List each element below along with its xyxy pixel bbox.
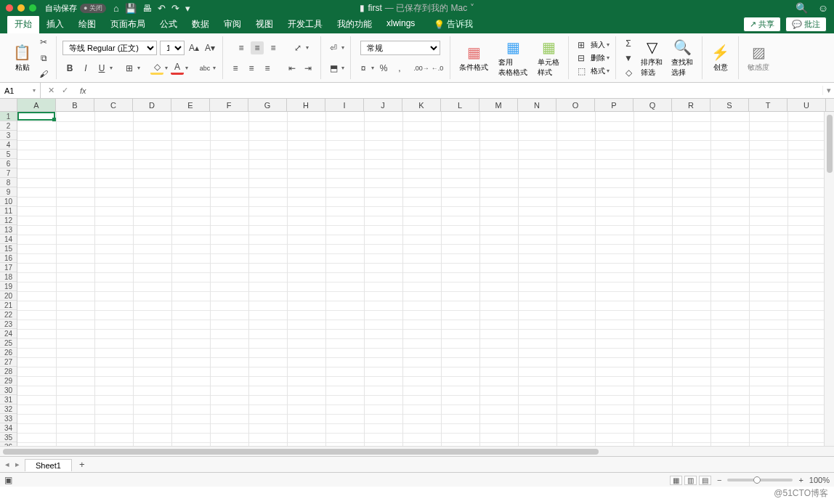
row-header[interactable]: 23: [0, 320, 17, 329]
row-header[interactable]: 35: [0, 433, 17, 442]
normal-view-icon[interactable]: ▦: [670, 476, 682, 485]
currency-icon[interactable]: ¤: [357, 62, 370, 75]
clear-icon[interactable]: ◇: [622, 66, 635, 79]
row-header[interactable]: 15: [0, 244, 17, 253]
row-header[interactable]: 16: [0, 253, 17, 263]
format-painter-icon[interactable]: 🖌: [37, 68, 50, 81]
formula-input[interactable]: [91, 86, 822, 95]
underline-button[interactable]: U: [95, 62, 108, 75]
ribbon-tab-视图[interactable]: 视图: [248, 15, 280, 33]
insert-cells-icon[interactable]: ⊞: [575, 38, 588, 52]
ribbon-tab-页面布局[interactable]: 页面布局: [103, 15, 153, 33]
orientation-icon[interactable]: ⤢: [291, 41, 304, 54]
paste-button[interactable]: 📋 粘贴: [10, 44, 34, 73]
bold-button[interactable]: B: [63, 62, 76, 75]
search-icon[interactable]: 🔍: [795, 2, 808, 14]
row-header[interactable]: 1: [0, 112, 17, 121]
select-all-corner[interactable]: [0, 99, 17, 111]
copy-icon[interactable]: ⧉: [37, 52, 50, 65]
print-icon[interactable]: 🖶: [142, 3, 152, 14]
fill-color-button[interactable]: ◇: [150, 62, 163, 75]
row-header[interactable]: 28: [0, 367, 17, 376]
formula-bar-expand-icon[interactable]: ▾: [822, 86, 834, 95]
column-header[interactable]: G: [248, 99, 287, 111]
column-header[interactable]: N: [518, 99, 556, 111]
document-title[interactable]: ▮ first — 已保存到我的 Mac ˅: [360, 2, 474, 15]
row-header[interactable]: 26: [0, 348, 17, 357]
maximize-window-button[interactable]: [29, 4, 36, 12]
vertical-scrollbar[interactable]: [824, 112, 834, 446]
column-header[interactable]: J: [364, 99, 402, 111]
zoom-in-button[interactable]: +: [798, 476, 803, 484]
italic-button[interactable]: I: [79, 62, 92, 75]
row-header[interactable]: 18: [0, 272, 17, 282]
row-header[interactable]: 30: [0, 386, 17, 395]
row-header[interactable]: 17: [0, 263, 17, 272]
column-header[interactable]: H: [287, 99, 325, 111]
row-header[interactable]: 10: [0, 197, 17, 206]
row-header[interactable]: 7: [0, 168, 17, 178]
row-header[interactable]: 31: [0, 395, 17, 405]
align-middle-icon[interactable]: ≡: [251, 41, 264, 54]
row-header[interactable]: 33: [0, 414, 17, 423]
column-header[interactable]: K: [402, 99, 441, 111]
minimize-window-button[interactable]: [17, 4, 25, 12]
decrease-indent-icon[interactable]: ⇤: [286, 62, 299, 75]
sheet-next-icon[interactable]: ▸: [13, 460, 22, 469]
tell-me[interactable]: 💡 告诉我: [426, 15, 480, 33]
row-header[interactable]: 19: [0, 282, 17, 291]
fx-icon[interactable]: fx: [76, 86, 91, 95]
ribbon-tab-开始[interactable]: 开始: [7, 15, 39, 33]
ribbon-tab-审阅[interactable]: 审阅: [216, 15, 248, 33]
row-header[interactable]: 21: [0, 301, 17, 310]
home-icon[interactable]: ⌂: [113, 3, 119, 14]
sensitivity-button[interactable]: ▨敏感度: [745, 44, 772, 73]
format-cells-icon[interactable]: ⬚: [575, 65, 588, 78]
borders-button[interactable]: ⊞: [123, 62, 136, 75]
ribbon-tab-我的功能[interactable]: 我的功能: [330, 15, 379, 33]
row-header[interactable]: 14: [0, 235, 17, 244]
conditional-formatting-button[interactable]: ▦条件格式: [456, 44, 491, 73]
column-header[interactable]: E: [171, 99, 210, 111]
cut-icon[interactable]: ✂: [37, 36, 50, 49]
share-button[interactable]: ↗共享: [743, 17, 781, 32]
row-header[interactable]: 6: [0, 159, 17, 168]
ribbon-tab-开发工具[interactable]: 开发工具: [280, 15, 330, 33]
name-box[interactable]: A1▾: [0, 83, 41, 98]
autosave-toggle[interactable]: 自动保存 ● 关闭: [45, 3, 106, 14]
ideas-button[interactable]: ⚡创意: [708, 44, 732, 73]
column-header[interactable]: Q: [633, 99, 672, 111]
close-window-button[interactable]: [6, 4, 13, 12]
cell-styles-button[interactable]: ▦单元格 样式: [535, 38, 562, 78]
format-as-table-button[interactable]: ▦套用 表格格式: [495, 38, 530, 78]
row-header[interactable]: 24: [0, 329, 17, 338]
align-right-icon[interactable]: ≡: [261, 62, 274, 75]
row-header[interactable]: 27: [0, 357, 17, 367]
row-header[interactable]: 2: [0, 121, 17, 131]
column-header[interactable]: D: [133, 99, 171, 111]
merge-cells-icon[interactable]: ⬒: [327, 62, 340, 75]
row-header[interactable]: 36: [0, 442, 17, 446]
increase-decimal-icon[interactable]: .00→: [415, 62, 428, 75]
column-header[interactable]: S: [710, 99, 749, 111]
zoom-out-button[interactable]: −: [717, 476, 721, 484]
fill-icon[interactable]: ▼: [622, 52, 635, 65]
align-bottom-icon[interactable]: ≡: [267, 41, 280, 54]
page-layout-view-icon[interactable]: ▥: [684, 476, 697, 485]
page-break-view-icon[interactable]: ▤: [699, 476, 711, 485]
redo-icon[interactable]: ↷: [171, 3, 179, 14]
row-header[interactable]: 9: [0, 187, 17, 197]
ribbon-tab-数据[interactable]: 数据: [185, 15, 216, 33]
ribbon-tab-插入[interactable]: 插入: [39, 15, 71, 33]
increase-indent-icon[interactable]: ⇥: [301, 62, 315, 75]
qat-dropdown-icon[interactable]: ▾: [185, 3, 190, 14]
decrease-decimal-icon[interactable]: ←.0: [431, 62, 444, 75]
percent-icon[interactable]: %: [377, 62, 390, 75]
column-header[interactable]: T: [749, 99, 788, 111]
sheet-prev-icon[interactable]: ◂: [3, 460, 12, 469]
column-header[interactable]: L: [441, 99, 479, 111]
delete-cells-icon[interactable]: ⊟: [575, 52, 588, 65]
row-header[interactable]: 25: [0, 338, 17, 348]
save-icon[interactable]: 💾: [125, 3, 137, 14]
increase-font-icon[interactable]: A▴: [187, 41, 201, 54]
